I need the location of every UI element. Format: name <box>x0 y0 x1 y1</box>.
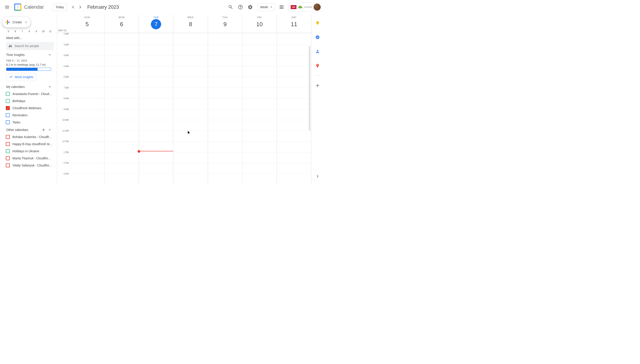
support-button[interactable] <box>236 3 245 12</box>
calendar-checkbox[interactable] <box>6 156 10 160</box>
hour-line <box>70 98 104 98</box>
calendar-item[interactable]: Tasks <box>6 119 54 126</box>
grid-columns[interactable] <box>70 33 311 184</box>
day-column[interactable] <box>70 33 104 184</box>
calendar-checkbox[interactable] <box>6 106 10 110</box>
calendar-checkbox[interactable] <box>6 113 10 117</box>
prev-period-button[interactable] <box>70 4 77 11</box>
hour-line <box>70 77 104 77</box>
day-header[interactable]: SUN5 <box>70 14 104 33</box>
mini-day[interactable]: 10 <box>41 30 46 33</box>
settings-button[interactable] <box>246 3 255 12</box>
day-header[interactable]: TUE7 <box>139 14 173 33</box>
mini-day[interactable]: 9 <box>34 30 39 33</box>
hour-line <box>173 55 207 56</box>
insights-icon <box>9 75 13 79</box>
hide-side-panel-button[interactable] <box>313 172 322 181</box>
mini-day[interactable]: 5 <box>6 30 11 33</box>
add-addon-button[interactable] <box>313 81 322 90</box>
hour-line <box>139 174 173 174</box>
hour-line <box>139 120 173 120</box>
google-apps-button[interactable] <box>277 3 286 12</box>
calendar-checkbox[interactable] <box>6 135 10 139</box>
search-people-input[interactable] <box>15 44 52 48</box>
day-header[interactable]: WED8 <box>173 14 207 33</box>
day-number[interactable]: 9 <box>220 19 230 29</box>
calendar-item[interactable]: Mariia Tkachuk - Cloudfre... <box>6 155 54 162</box>
calendar-checkbox[interactable] <box>6 149 10 153</box>
calendar-item[interactable]: Holidays in Ukraine <box>6 148 54 155</box>
day-column[interactable] <box>277 33 311 184</box>
search-button[interactable] <box>226 3 235 12</box>
calendar-checkbox[interactable] <box>6 142 10 146</box>
hour-line <box>173 88 207 88</box>
day-column[interactable] <box>242 33 277 184</box>
keep-icon <box>315 21 320 25</box>
scrollbar[interactable] <box>308 33 311 184</box>
calendar-item[interactable]: Vitaliy Safanyuk - Cloudfre... <box>6 162 54 169</box>
mini-day[interactable]: 6 <box>13 30 18 33</box>
contacts-app-button[interactable] <box>313 47 322 56</box>
search-people[interactable] <box>6 42 54 50</box>
next-period-button[interactable] <box>77 4 84 11</box>
more-insights-button[interactable]: More insights <box>6 73 36 81</box>
hour-line <box>70 88 104 88</box>
hour-line <box>173 131 207 131</box>
day-header[interactable]: MON6 <box>104 14 139 33</box>
calendar-item[interactable]: Reminders <box>6 112 54 119</box>
hour-line <box>208 34 242 34</box>
calendar-item[interactable]: Birthdays <box>6 98 54 104</box>
day-column[interactable] <box>139 33 173 184</box>
day-column[interactable] <box>208 33 242 184</box>
day-number[interactable]: 8 <box>185 19 195 29</box>
day-of-week: MON <box>104 16 139 19</box>
app-logo[interactable]: 7 Calendar <box>13 3 44 12</box>
create-button[interactable]: Create <box>2 17 31 28</box>
add-icon[interactable] <box>41 128 46 132</box>
hour-line <box>104 174 139 174</box>
day-header[interactable]: FRI10 <box>242 14 277 33</box>
other-calendars-header[interactable]: Other calendars <box>0 126 57 134</box>
hour-label: 4 AM <box>64 54 69 56</box>
main-menu-button[interactable] <box>2 2 13 12</box>
day-number[interactable]: 10 <box>255 19 265 29</box>
calendar-item[interactable]: Anastasiia Puzerei - Cloud... <box>6 90 54 98</box>
mini-day[interactable]: 11 <box>48 30 53 33</box>
day-number[interactable]: 7 <box>151 19 161 29</box>
hour-label: 3 AM <box>64 43 69 46</box>
today-button[interactable]: Today <box>53 3 67 11</box>
view-switcher[interactable]: Week <box>257 3 275 11</box>
calendar-checkbox[interactable] <box>6 99 10 103</box>
hour-line <box>104 152 139 152</box>
maps-app-button[interactable] <box>313 61 322 70</box>
calendar-item[interactable]: Happy B-Day cloudfresh te... <box>6 140 54 148</box>
mini-day[interactable]: 8 <box>27 30 32 33</box>
hour-line <box>139 131 173 131</box>
day-header[interactable]: THU9 <box>208 14 242 33</box>
hour-line <box>208 88 242 88</box>
hour-line <box>208 55 242 56</box>
my-calendars-header[interactable]: My calendars <box>0 83 57 90</box>
now-indicator <box>139 151 173 151</box>
day-number[interactable]: 5 <box>82 19 92 29</box>
calendar-checkbox[interactable] <box>6 120 10 124</box>
day-number[interactable]: 11 <box>289 19 299 29</box>
svg-point-0 <box>316 36 319 39</box>
day-header[interactable]: SAT11 <box>277 14 311 33</box>
day-column[interactable] <box>173 33 207 184</box>
day-number[interactable]: 6 <box>116 19 127 29</box>
time-insights-header[interactable]: Time Insights <box>0 51 57 58</box>
keep-app-button[interactable] <box>313 19 322 28</box>
calendar-checkbox[interactable] <box>6 163 10 167</box>
day-column[interactable] <box>104 33 139 184</box>
calendar-item[interactable]: Cloudfresh Webinars <box>6 104 54 112</box>
account-switcher[interactable]: UIS cloudfresh <box>289 3 322 12</box>
plus-multicolor-icon <box>5 20 10 25</box>
scrollbar-thumb[interactable] <box>309 46 310 130</box>
tasks-app-button[interactable] <box>313 33 322 42</box>
calendar-item[interactable]: Bohdan Kubenko - Cloudfr... <box>6 134 54 140</box>
mini-day[interactable]: 7 <box>20 30 25 33</box>
calendar-checkbox[interactable] <box>6 92 10 96</box>
hour-line <box>277 77 311 77</box>
hour-line <box>139 77 173 77</box>
